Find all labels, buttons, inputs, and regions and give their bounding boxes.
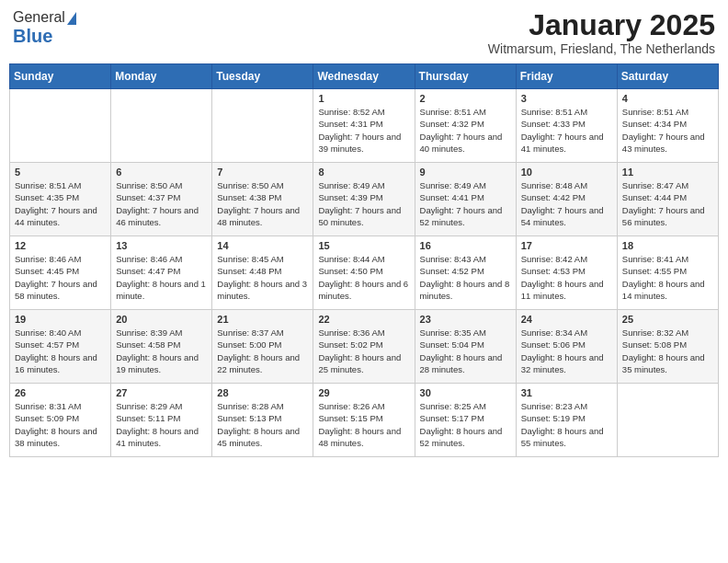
day-info: Sunrise: 8:44 AMSunset: 4:50 PMDaylight:…: [318, 254, 408, 301]
calendar-table: SundayMondayTuesdayWednesdayThursdayFrid…: [9, 63, 719, 457]
day-number: 30: [420, 387, 511, 398]
day-info: Sunrise: 8:34 AMSunset: 5:06 PMDaylight:…: [521, 327, 604, 374]
calendar-cell: 24 Sunrise: 8:34 AMSunset: 5:06 PMDaylig…: [516, 310, 617, 384]
calendar-header-row: SundayMondayTuesdayWednesdayThursdayFrid…: [10, 64, 719, 89]
calendar-cell: 29 Sunrise: 8:26 AMSunset: 5:15 PMDaylig…: [313, 384, 415, 457]
month-title: January 2025: [488, 9, 715, 41]
calendar-cell: 8 Sunrise: 8:49 AMSunset: 4:39 PMDayligh…: [313, 163, 415, 236]
calendar-week-row: 12 Sunrise: 8:46 AMSunset: 4:45 PMDaylig…: [10, 236, 719, 310]
calendar-cell: 23 Sunrise: 8:35 AMSunset: 5:04 PMDaylig…: [415, 310, 516, 384]
logo-general-text: General: [13, 9, 65, 26]
day-info: Sunrise: 8:42 AMSunset: 4:53 PMDaylight:…: [521, 254, 604, 301]
day-info: Sunrise: 8:51 AMSunset: 4:32 PMDaylight:…: [420, 107, 503, 154]
day-number: 27: [116, 387, 207, 398]
calendar-cell: 16 Sunrise: 8:43 AMSunset: 4:52 PMDaylig…: [415, 236, 516, 310]
day-info: Sunrise: 8:32 AMSunset: 5:08 PMDaylight:…: [622, 327, 705, 374]
calendar-cell: [212, 89, 313, 163]
day-info: Sunrise: 8:43 AMSunset: 4:52 PMDaylight:…: [420, 254, 510, 301]
weekday-header: Sunday: [10, 64, 111, 89]
day-number: 5: [15, 167, 106, 178]
calendar-week-row: 26 Sunrise: 8:31 AMSunset: 5:09 PMDaylig…: [10, 384, 719, 457]
day-info: Sunrise: 8:40 AMSunset: 4:57 PMDaylight:…: [15, 327, 97, 374]
day-info: Sunrise: 8:50 AMSunset: 4:38 PMDaylight:…: [217, 180, 300, 227]
calendar-week-row: 19 Sunrise: 8:40 AMSunset: 4:57 PMDaylig…: [10, 310, 719, 384]
day-number: 17: [521, 240, 612, 251]
day-info: Sunrise: 8:37 AMSunset: 5:00 PMDaylight:…: [217, 327, 300, 374]
day-number: 6: [116, 167, 207, 178]
day-number: 18: [622, 240, 713, 251]
calendar-cell: 28 Sunrise: 8:28 AMSunset: 5:13 PMDaylig…: [212, 384, 313, 457]
day-number: 7: [217, 167, 308, 178]
day-info: Sunrise: 8:52 AMSunset: 4:31 PMDaylight:…: [318, 107, 401, 154]
calendar-cell: 2 Sunrise: 8:51 AMSunset: 4:32 PMDayligh…: [415, 89, 516, 163]
calendar-cell: 25 Sunrise: 8:32 AMSunset: 5:08 PMDaylig…: [617, 310, 718, 384]
calendar-cell: 17 Sunrise: 8:42 AMSunset: 4:53 PMDaylig…: [516, 236, 617, 310]
day-info: Sunrise: 8:51 AMSunset: 4:35 PMDaylight:…: [15, 180, 97, 227]
day-number: 2: [420, 93, 511, 104]
calendar-cell: 6 Sunrise: 8:50 AMSunset: 4:37 PMDayligh…: [111, 163, 212, 236]
day-info: Sunrise: 8:46 AMSunset: 4:45 PMDaylight:…: [15, 254, 97, 301]
day-number: 26: [15, 387, 106, 398]
calendar-cell: 1 Sunrise: 8:52 AMSunset: 4:31 PMDayligh…: [313, 89, 415, 163]
calendar-cell: 19 Sunrise: 8:40 AMSunset: 4:57 PMDaylig…: [10, 310, 111, 384]
day-number: 15: [318, 240, 409, 251]
day-info: Sunrise: 8:31 AMSunset: 5:09 PMDaylight:…: [15, 401, 97, 448]
day-number: 1: [318, 93, 409, 104]
day-number: 19: [15, 314, 106, 325]
calendar-cell: 22 Sunrise: 8:36 AMSunset: 5:02 PMDaylig…: [313, 310, 415, 384]
calendar-cell: 30 Sunrise: 8:25 AMSunset: 5:17 PMDaylig…: [415, 384, 516, 457]
day-info: Sunrise: 8:51 AMSunset: 4:34 PMDaylight:…: [622, 107, 705, 154]
calendar-cell: 4 Sunrise: 8:51 AMSunset: 4:34 PMDayligh…: [617, 89, 718, 163]
calendar-cell: 21 Sunrise: 8:37 AMSunset: 5:00 PMDaylig…: [212, 310, 313, 384]
calendar-cell: 12 Sunrise: 8:46 AMSunset: 4:45 PMDaylig…: [10, 236, 111, 310]
calendar-week-row: 1 Sunrise: 8:52 AMSunset: 4:31 PMDayligh…: [10, 89, 719, 163]
day-number: 25: [622, 314, 713, 325]
weekday-header: Monday: [111, 64, 212, 89]
day-number: 9: [420, 167, 511, 178]
day-number: 8: [318, 167, 409, 178]
calendar-cell: 13 Sunrise: 8:46 AMSunset: 4:47 PMDaylig…: [111, 236, 212, 310]
calendar-cell: 15 Sunrise: 8:44 AMSunset: 4:50 PMDaylig…: [313, 236, 415, 310]
day-number: 24: [521, 314, 612, 325]
location-title: Witmarsum, Friesland, The Netherlands: [488, 41, 715, 56]
calendar-cell: 27 Sunrise: 8:29 AMSunset: 5:11 PMDaylig…: [111, 384, 212, 457]
day-info: Sunrise: 8:26 AMSunset: 5:15 PMDaylight:…: [318, 401, 401, 448]
calendar-cell: 18 Sunrise: 8:41 AMSunset: 4:55 PMDaylig…: [617, 236, 718, 310]
day-info: Sunrise: 8:50 AMSunset: 4:37 PMDaylight:…: [116, 180, 199, 227]
page-header: General Blue January 2025 Witmarsum, Fri…: [9, 9, 719, 56]
day-info: Sunrise: 8:35 AMSunset: 5:04 PMDaylight:…: [420, 327, 503, 374]
day-number: 4: [622, 93, 713, 104]
calendar-cell: 10 Sunrise: 8:48 AMSunset: 4:42 PMDaylig…: [516, 163, 617, 236]
day-number: 12: [15, 240, 106, 251]
calendar-cell: 3 Sunrise: 8:51 AMSunset: 4:33 PMDayligh…: [516, 89, 617, 163]
day-info: Sunrise: 8:49 AMSunset: 4:41 PMDaylight:…: [420, 180, 503, 227]
logo: General Blue: [13, 9, 76, 47]
day-info: Sunrise: 8:28 AMSunset: 5:13 PMDaylight:…: [217, 401, 300, 448]
day-number: 3: [521, 93, 612, 104]
day-number: 22: [318, 314, 409, 325]
day-number: 16: [420, 240, 511, 251]
day-number: 21: [217, 314, 308, 325]
day-info: Sunrise: 8:36 AMSunset: 5:02 PMDaylight:…: [318, 327, 401, 374]
title-area: January 2025 Witmarsum, Friesland, The N…: [488, 9, 715, 56]
day-number: 28: [217, 387, 308, 398]
day-info: Sunrise: 8:29 AMSunset: 5:11 PMDaylight:…: [116, 401, 199, 448]
weekday-header: Friday: [516, 64, 617, 89]
day-number: 11: [622, 167, 713, 178]
day-info: Sunrise: 8:48 AMSunset: 4:42 PMDaylight:…: [521, 180, 604, 227]
day-info: Sunrise: 8:47 AMSunset: 4:44 PMDaylight:…: [622, 180, 705, 227]
day-number: 31: [521, 387, 612, 398]
day-info: Sunrise: 8:49 AMSunset: 4:39 PMDaylight:…: [318, 180, 401, 227]
calendar-cell: 31 Sunrise: 8:23 AMSunset: 5:19 PMDaylig…: [516, 384, 617, 457]
calendar-cell: 7 Sunrise: 8:50 AMSunset: 4:38 PMDayligh…: [212, 163, 313, 236]
weekday-header: Wednesday: [313, 64, 415, 89]
calendar-cell: [617, 384, 718, 457]
logo-arrow-icon: [67, 12, 76, 25]
weekday-header: Saturday: [617, 64, 718, 89]
day-number: 29: [318, 387, 409, 398]
day-number: 23: [420, 314, 511, 325]
day-info: Sunrise: 8:51 AMSunset: 4:33 PMDaylight:…: [521, 107, 604, 154]
logo-blue-text: Blue: [13, 26, 52, 47]
day-number: 14: [217, 240, 308, 251]
calendar-cell: 26 Sunrise: 8:31 AMSunset: 5:09 PMDaylig…: [10, 384, 111, 457]
